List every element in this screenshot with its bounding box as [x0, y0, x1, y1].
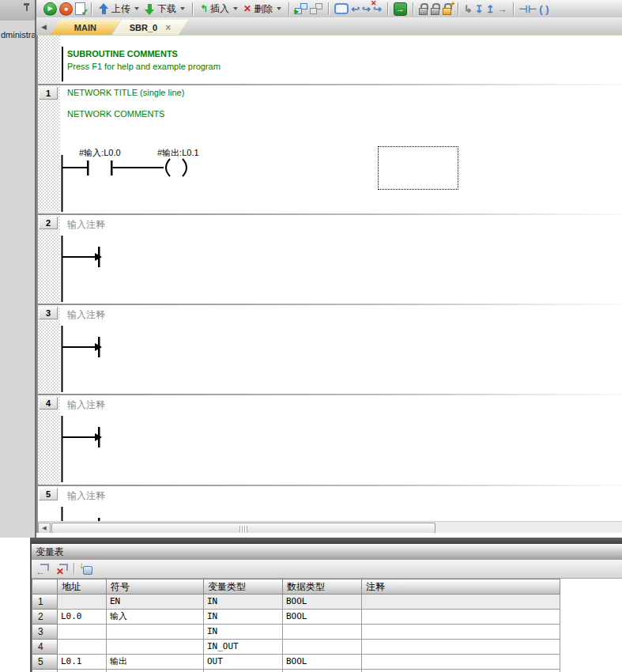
cell-vartype[interactable]: OUT: [204, 655, 283, 670]
network-3[interactable]: 3 输入注释: [38, 305, 622, 394]
row-number[interactable]: 2: [32, 610, 58, 625]
cell-comment[interactable]: [362, 655, 560, 670]
cell-symbol[interactable]: 输入: [107, 610, 204, 625]
lock-icon[interactable]: [419, 3, 428, 15]
dropdown-caret-icon[interactable]: [134, 7, 139, 10]
compile-button[interactable]: ✓: [75, 2, 85, 15]
row-number[interactable]: 5: [32, 655, 58, 670]
cell-symbol[interactable]: [107, 625, 204, 640]
network-comment-placeholder[interactable]: 输入注释: [67, 308, 105, 322]
cell-comment[interactable]: [362, 595, 560, 610]
stop-button[interactable]: ■: [59, 2, 73, 16]
cell-symbol[interactable]: [107, 640, 204, 655]
network-2[interactable]: 2 输入注释: [38, 215, 622, 304]
row-number[interactable]: 4: [32, 640, 58, 655]
cell-address[interactable]: [58, 640, 107, 655]
download-button[interactable]: 下载: [143, 2, 187, 17]
panel-splitter[interactable]: [30, 538, 622, 544]
cell-comment[interactable]: [362, 625, 560, 640]
cell-vartype[interactable]: IN_OUT: [204, 640, 283, 655]
cell-comment[interactable]: [362, 640, 560, 655]
cell-address[interactable]: L0.1: [58, 655, 107, 670]
col-header-address: 地址: [58, 580, 107, 595]
apply-icon: ↓: [79, 561, 84, 570]
add-password-lock-icon[interactable]: +: [443, 3, 452, 15]
wire-right-icon[interactable]: →: [497, 3, 507, 15]
dock-label[interactable]: dministra: [1, 30, 35, 40]
dropdown-caret-icon[interactable]: [180, 7, 185, 10]
cell-symbol[interactable]: EN: [107, 595, 204, 610]
scrollbar-thumb[interactable]: [51, 523, 435, 533]
cell-vartype[interactable]: IN: [204, 610, 283, 625]
ladder-rung-empty[interactable]: [55, 232, 111, 304]
pin-icon[interactable]: [23, 3, 30, 11]
cell-comment[interactable]: [362, 610, 560, 625]
delete-icon: ✕: [243, 3, 251, 14]
wire-corner-icon[interactable]: ↳: [464, 3, 473, 15]
network-number: 1: [39, 87, 58, 100]
delete-button[interactable]: ✕ 删除: [242, 2, 283, 17]
main-toolbar: ▶ ■ ✓ 上传 下载 ↰ 插入 ✕ 删除 ▶ ↩ ↪: [36, 0, 622, 18]
tab-scroll-left-button[interactable]: ◀: [41, 23, 47, 31]
network-comments[interactable]: NETWORK COMMENTS: [67, 109, 164, 119]
run-button[interactable]: ▶: [43, 2, 57, 16]
redo-icon[interactable]: ↪: [362, 3, 371, 15]
close-pou-icon[interactable]: ↪✕: [373, 3, 382, 15]
ladder-rung[interactable]: [55, 153, 198, 213]
comment-block-bar: [62, 47, 63, 81]
cell-address[interactable]: [58, 625, 107, 640]
network-5[interactable]: 5 输入注释: [38, 486, 622, 521]
insert-button[interactable]: ↰ 插入: [198, 2, 239, 17]
network-1[interactable]: 1 NETWORK TITLE (single line) NETWORK CO…: [38, 85, 622, 213]
tab-main[interactable]: MAIN: [51, 20, 120, 35]
subroutine-comments-title[interactable]: SUBROUTINE COMMENTS: [67, 49, 178, 59]
tab-sbr0[interactable]: SBR_0 ×: [112, 20, 188, 35]
network-comment-placeholder[interactable]: 输入注释: [67, 398, 105, 412]
cell-datatype[interactable]: BOOL: [283, 655, 362, 670]
goto-icon[interactable]: →: [394, 2, 407, 16]
coil-right-arc: [183, 159, 187, 176]
ladder-rung-empty[interactable]: [55, 323, 111, 394]
network-title[interactable]: NETWORK TITLE (single line): [67, 88, 184, 97]
branch-down-icon[interactable]: ↧: [475, 3, 484, 15]
dropdown-caret-icon[interactable]: [233, 7, 238, 10]
delete-row-button[interactable]: ✕: [55, 562, 69, 576]
subroutine-comments-hint[interactable]: Press F1 for help and example program: [67, 62, 221, 71]
cell-address[interactable]: [58, 595, 107, 610]
cell-datatype[interactable]: BOOL: [283, 610, 362, 625]
row-number[interactable]: 1: [32, 595, 58, 610]
network-comment-placeholder[interactable]: 输入注释: [67, 489, 105, 503]
cell-vartype[interactable]: IN: [204, 625, 283, 640]
apply-button[interactable]: ↓: [79, 562, 93, 576]
contact-bar-right: [111, 160, 113, 176]
network-comment-placeholder[interactable]: 输入注释: [67, 218, 105, 232]
ladder-editor[interactable]: SUBROUTINE COMMENTS Press F1 for help an…: [36, 35, 622, 533]
variable-table: 地址 符号 变量类型 数据类型 注释 1 EN IN BOOL 2 L0.0 输…: [32, 579, 560, 672]
cell-address[interactable]: L0.0: [58, 610, 107, 625]
insert-row-button[interactable]: ←: [36, 562, 50, 576]
branch-up-icon[interactable]: ↥: [486, 3, 495, 15]
contact-tool-icon[interactable]: ⊣⊢: [519, 3, 537, 15]
editor-hscrollbar[interactable]: ◀: [38, 521, 622, 533]
upload-button[interactable]: 上传: [97, 2, 141, 17]
scroll-left-button[interactable]: ◀: [38, 523, 51, 533]
unlock-icon[interactable]: [431, 3, 440, 15]
cell-datatype[interactable]: [283, 640, 362, 655]
row-number[interactable]: 3: [32, 625, 58, 640]
pou-structure-gray-icon[interactable]: [310, 3, 322, 14]
cell-symbol[interactable]: 输出: [107, 655, 204, 670]
left-dock-panel[interactable]: dministra: [0, 0, 36, 538]
cell-datatype[interactable]: [283, 625, 362, 640]
box-tool-icon[interactable]: [334, 3, 349, 14]
ladder-rung-empty[interactable]: [55, 504, 111, 521]
selection-cursor-box[interactable]: [378, 146, 458, 190]
coil-tool-icon[interactable]: ( ): [539, 3, 548, 15]
tab-close-icon[interactable]: ×: [165, 22, 171, 33]
cell-vartype[interactable]: IN: [204, 595, 283, 610]
cell-datatype[interactable]: BOOL: [283, 595, 362, 610]
pou-structure-icon[interactable]: ▶: [295, 3, 307, 14]
dropdown-caret-icon[interactable]: [277, 7, 281, 10]
ladder-rung-empty[interactable]: [55, 413, 111, 484]
undo-icon[interactable]: ↩: [351, 3, 360, 15]
network-4[interactable]: 4 输入注释: [38, 395, 622, 485]
